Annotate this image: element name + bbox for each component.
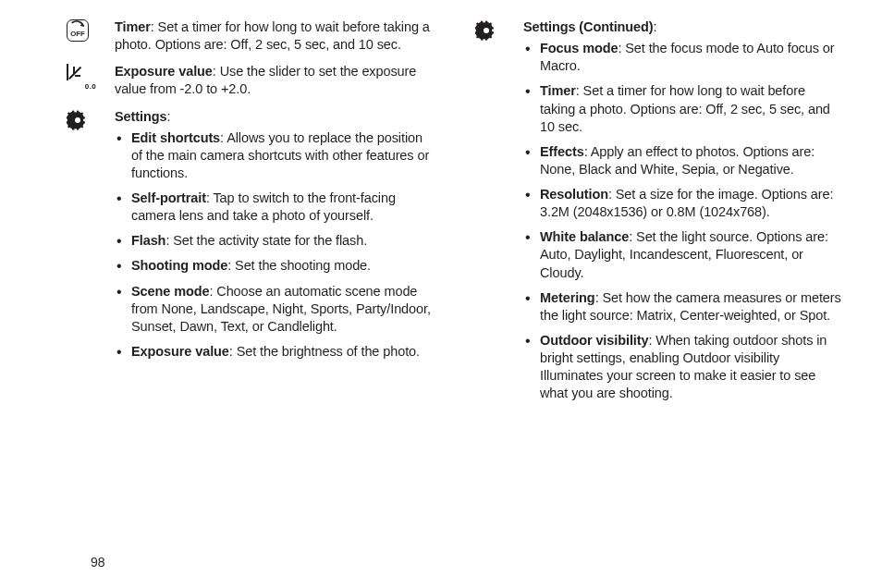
settings-list: Edit shortcuts: Allows you to replace th… (115, 129, 433, 361)
settings-continued-heading: Settings (Continued) (523, 19, 654, 34)
timer-text: Timer: Set a timer for how long to wait … (115, 18, 433, 54)
timer-desc: : Set a timer for how long to wait befor… (115, 19, 430, 52)
list-item: Timer: Set a timer for how long to wait … (536, 82, 841, 135)
exposure-text: Exposure value: Use the slider to set th… (115, 63, 433, 98)
timer-row: OFF Timer: Set a timer for how long to w… (67, 18, 433, 54)
left-column: OFF Timer: Set a timer for how long to w… (67, 18, 433, 527)
timer-off-icon: OFF (67, 19, 89, 42)
exposure-icon-caption: 0.0 (67, 82, 115, 92)
svg-point-1 (75, 117, 80, 123)
settings-continued-block: Settings (Continued): Focus mode: Set th… (523, 18, 841, 410)
settings-row: Settings: Edit shortcuts: Allows you to … (67, 108, 433, 369)
settings-icon-cell (67, 108, 115, 136)
columns: OFF Timer: Set a timer for how long to w… (67, 18, 841, 527)
exposure-icon-cell: 0.0 (67, 63, 115, 92)
list-item: White balance: Set the light source. Opt… (536, 228, 841, 281)
timer-icon-cell: OFF (67, 18, 115, 42)
settings-heading: Settings (115, 109, 166, 124)
svg-point-2 (484, 28, 489, 33)
list-item: Focus mode: Set the focus mode to Auto f… (536, 40, 841, 75)
list-item: Self-portrait: Tap to switch to the fron… (128, 190, 433, 225)
list-item: Exposure value: Set the brightness of th… (128, 343, 433, 361)
exposure-value-icon: 0.0 (67, 65, 115, 92)
list-item: Scene mode: Choose an automatic scene mo… (128, 283, 433, 336)
list-item: Outdoor visibility: When taking outdoor … (536, 332, 841, 403)
settings-continued-icon-cell (475, 18, 523, 46)
gear-icon (67, 119, 89, 134)
list-item: Resolution: Set a size for the image. Op… (536, 186, 841, 221)
settings-continued-row: Settings (Continued): Focus mode: Set th… (475, 18, 841, 410)
right-column: Settings (Continued): Focus mode: Set th… (475, 18, 841, 527)
list-item: Flash: Set the activity state for the fl… (128, 232, 433, 250)
settings-block: Settings: Edit shortcuts: Allows you to … (115, 108, 433, 369)
list-item: Effects: Apply an effect to photos. Opti… (536, 143, 841, 178)
list-item: Edit shortcuts: Allows you to replace th… (128, 129, 433, 182)
gear-icon (475, 30, 497, 44)
exposure-label: Exposure value (115, 64, 213, 79)
exposure-row: 0.0 Exposure value: Use the slider to se… (67, 63, 433, 98)
svg-text:OFF: OFF (70, 30, 85, 38)
page-number: 98 (67, 527, 841, 570)
page: OFF Timer: Set a timer for how long to w… (0, 0, 882, 588)
settings-continued-list: Focus mode: Set the focus mode to Auto f… (523, 40, 841, 402)
list-item: Metering: Set how the camera measures or… (536, 289, 841, 325)
timer-label: Timer (115, 19, 151, 34)
list-item: Shooting mode: Set the shooting mode. (128, 257, 433, 275)
